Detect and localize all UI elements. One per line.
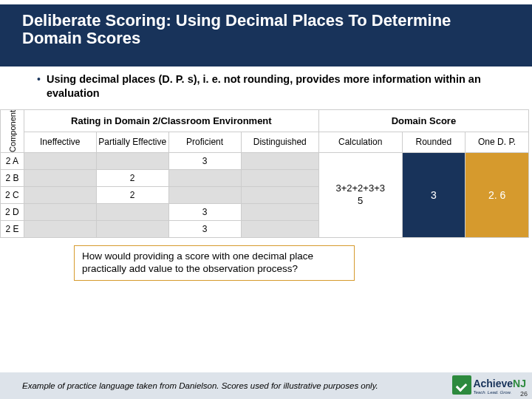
cell-2a-proficient: 3: [168, 152, 241, 169]
cell: [241, 220, 318, 237]
col-ineffective: Ineffective: [24, 132, 96, 152]
row-2a-label: 2 A: [1, 152, 24, 169]
cell: [24, 203, 96, 220]
cell: [168, 169, 241, 186]
cell: [24, 186, 96, 203]
logo-text: AchieveNJ: [473, 378, 526, 389]
cell: [96, 152, 168, 169]
title-bar: Deliberate Scoring: Using Decimal Places…: [0, 4, 532, 66]
col-distinguished: Distinguished: [241, 132, 318, 152]
bullet-area: • Using decimal places (D. P. s), i. e. …: [0, 66, 532, 109]
component-label: Component: [1, 110, 24, 153]
cell-2b-partially: 2: [96, 169, 168, 186]
col-rounded: Rounded: [402, 132, 466, 152]
calc-cell: 3+2+2+3+3 5: [318, 152, 402, 237]
cell: [24, 169, 96, 186]
rating-header: Rating in Domain 2/Classroom Environment: [24, 110, 318, 132]
calc-top: 3+2+2+3+3: [335, 183, 385, 194]
row-2e-label: 2 E: [1, 220, 24, 237]
col-proficient: Proficient: [168, 132, 241, 152]
row-2b-label: 2 B: [1, 169, 24, 186]
row-2d-label: 2 D: [1, 203, 24, 220]
achieve-nj-logo: AchieveNJ Teach. Lead. Grow.: [452, 375, 526, 395]
cell: [241, 152, 318, 169]
cell: [24, 152, 96, 169]
logo-tagline: Teach. Lead. Grow.: [473, 390, 526, 395]
bullet-text: Using decimal places (D. P. s), i. e. no…: [47, 72, 510, 100]
domain-score-header: Domain Score: [318, 110, 528, 132]
footer-text: Example of practice language taken from …: [22, 381, 525, 391]
cell: [96, 203, 168, 220]
checkmark-icon: [452, 375, 471, 395]
cell-2d-proficient: 3: [168, 203, 241, 220]
cell: [96, 220, 168, 237]
col-onedp: One D. P.: [466, 132, 529, 152]
page-title: Deliberate Scoring: Using Decimal Places…: [22, 12, 510, 47]
cell: [241, 203, 318, 220]
cell-2e-proficient: 3: [168, 220, 241, 237]
page-number: 26: [520, 390, 528, 398]
bullet-dot: •: [37, 72, 41, 86]
cell: [168, 186, 241, 203]
cell: [24, 220, 96, 237]
question-box: How would providing a score with one dec…: [74, 245, 355, 281]
rounded-cell: 3: [402, 152, 466, 237]
col-partially: Partially Effective: [96, 132, 168, 152]
calc-bottom: 5: [358, 195, 363, 206]
cell: [241, 186, 318, 203]
cell: [241, 169, 318, 186]
col-calculation: Calculation: [318, 132, 402, 152]
scoring-table: Component Rating in Domain 2/Classroom E…: [0, 109, 529, 238]
cell-2c-partially: 2: [96, 186, 168, 203]
row-2c-label: 2 C: [1, 186, 24, 203]
onedp-cell: 2. 6: [466, 152, 529, 237]
